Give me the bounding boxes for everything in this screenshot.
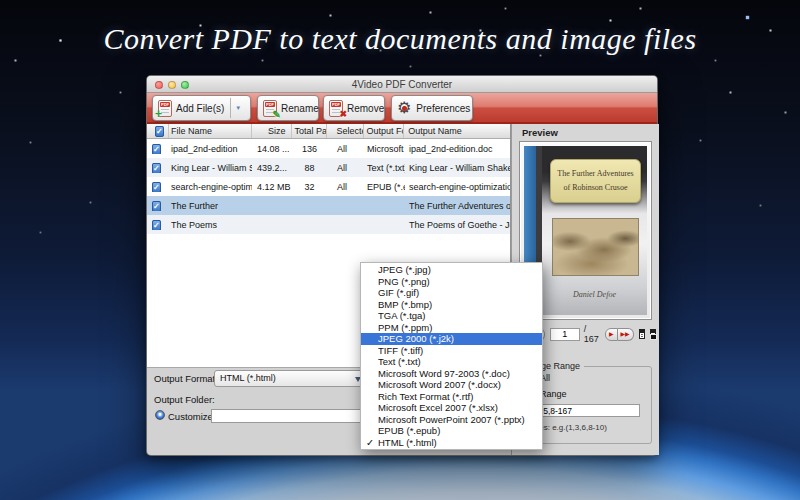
table-cell: 136 — [292, 144, 327, 154]
table-cell: EPUB (*.epub) — [365, 182, 405, 192]
format-menu-item[interactable]: TIFF (*.tiff) — [361, 345, 542, 357]
format-menu-item[interactable]: JPEG 2000 (*.j2k) — [361, 333, 542, 345]
output-format-label: Output Format: — [154, 373, 218, 384]
row-checkbox-cell — [147, 182, 169, 192]
book-title-line1: The Further Adventures — [551, 167, 640, 181]
preferences-gear-icon: ⚙ — [397, 99, 411, 117]
rename-button[interactable]: ✎ Rename — [257, 95, 319, 121]
header-total-pages[interactable]: Total Pag — [292, 124, 327, 138]
row-checkbox-cell — [147, 201, 169, 211]
page-view-icon[interactable] — [639, 329, 645, 339]
page-number-input[interactable] — [550, 328, 580, 341]
menu-item-label: EPUB (*.epub) — [378, 425, 440, 436]
book-author: Daniel Defoe — [542, 290, 647, 299]
table-cell: Microsoft ... — [365, 144, 405, 154]
menu-item-label: Microsoft Word 2007 (*.docx) — [378, 379, 501, 390]
titlebar[interactable]: 4Video PDF Converter — [147, 76, 657, 93]
header-checkbox-cell — [147, 124, 169, 138]
row-checkbox[interactable] — [152, 182, 161, 192]
menu-item-label: Rich Text Format (*.rtf) — [378, 391, 473, 402]
format-menu-item[interactable]: Text (*.txt) — [361, 356, 542, 368]
preview-label: Preview — [522, 127, 558, 138]
table-cell: ipad_2nd-edition.doc — [405, 144, 511, 154]
row-checkbox[interactable] — [152, 163, 161, 173]
customize-radio[interactable] — [155, 410, 165, 420]
table-row[interactable]: The FurtherThe Further Adventures of ... — [147, 196, 510, 215]
format-menu-item[interactable]: Rich Text Format (*.rtf) — [361, 391, 542, 403]
add-files-button[interactable]: + Add File(s) ▼ — [152, 95, 251, 121]
table-cell: King Lear - William Shakes... — [405, 163, 511, 173]
chevron-down-icon[interactable]: ▼ — [235, 105, 241, 111]
header-output-format[interactable]: Output Forma — [364, 124, 404, 138]
table-cell: 14.08 ... — [252, 144, 292, 154]
format-menu-item[interactable]: JPEG (*.jpg) — [361, 264, 542, 276]
book-illustration — [552, 218, 639, 276]
row-checkbox-cell — [147, 144, 169, 154]
header-output-name[interactable]: Output Name — [404, 124, 510, 138]
table-cell: The Further Adventures of ... — [405, 201, 511, 211]
header-size[interactable]: Size — [252, 124, 292, 138]
hero-title: Convert PDF to text documents and image … — [0, 22, 800, 56]
format-menu-item[interactable]: Microsoft Word 2007 (*.docx) — [361, 379, 542, 391]
table-cell: search-engine-optimizatio... — [405, 182, 511, 192]
menu-item-label: Microsoft PowerPoint 2007 (*.pptx) — [378, 414, 525, 425]
format-menu-item[interactable]: PNG (*.png) — [361, 276, 542, 288]
row-checkbox-cell — [147, 163, 169, 173]
output-folder-input[interactable] — [211, 409, 370, 423]
table-header-row: File Name Size Total Pag Selected Output… — [147, 124, 510, 139]
output-format-menu: JPEG (*.jpg) PNG (*.png) GIF (*.gif) BMP… — [360, 262, 543, 450]
output-format-select[interactable]: HTML (*.html) — [214, 370, 367, 387]
table-row[interactable]: ipad_2nd-edition14.08 ...136AllMicrosoft… — [147, 139, 510, 158]
preferences-label: Preferences — [416, 103, 470, 114]
preferences-button[interactable]: ⚙ Preferences — [391, 95, 473, 121]
row-checkbox[interactable] — [152, 220, 161, 230]
checkmark-icon — [365, 437, 375, 449]
app-window: 4Video PDF Converter + Add File(s) ▼ ✎ R… — [146, 75, 658, 456]
window-title: 4Video PDF Converter — [147, 79, 657, 90]
thumbnail-view-icon[interactable] — [650, 329, 656, 339]
table-cell: Text (*.txt) — [365, 163, 405, 173]
format-menu-item[interactable]: EPUB (*.epub) — [361, 425, 542, 437]
table-cell: All — [327, 163, 365, 173]
menu-item-label: TIFF (*.tiff) — [378, 345, 423, 356]
row-checkbox-cell — [147, 220, 169, 230]
remove-label: Remove — [347, 103, 384, 114]
page-total-label: / 167 — [584, 324, 599, 344]
format-menu-item[interactable]: HTML (*.html) — [361, 437, 542, 449]
format-menu-item[interactable]: Microsoft Word 97-2003 (*.doc) — [361, 368, 542, 380]
range-label: Range — [540, 389, 567, 399]
last-page-button[interactable]: ▶▶ — [618, 328, 634, 341]
table-row[interactable]: King Lear - William S...439.2...88AllTex… — [147, 158, 510, 177]
menu-item-label: Text (*.txt) — [378, 356, 421, 367]
table-row[interactable]: search-engine-optim...4.12 MB32AllEPUB (… — [147, 177, 510, 196]
row-checkbox[interactable] — [152, 201, 161, 211]
next-page-button[interactable]: ▶ — [605, 328, 618, 341]
output-folder-label: Output Folder: — [154, 394, 215, 405]
toolbar: + Add File(s) ▼ ✎ Rename ✖ Remove ⚙ Pref… — [147, 93, 657, 124]
row-checkbox[interactable] — [152, 144, 161, 154]
menu-item-label: HTML (*.html) — [378, 437, 437, 448]
rename-label: Rename — [281, 103, 319, 114]
menu-item-label: JPEG 2000 (*.j2k) — [378, 333, 454, 344]
format-menu-item[interactable]: BMP (*.bmp) — [361, 299, 542, 311]
menu-item-label: PPM (*.ppm) — [378, 322, 432, 333]
format-menu-item[interactable]: TGA (*.tga) — [361, 310, 542, 322]
remove-icon: ✖ — [329, 100, 343, 117]
menu-item-label: JPEG (*.jpg) — [378, 264, 431, 275]
select-all-checkbox[interactable] — [155, 126, 164, 137]
book-title-plate: The Further Adventures of Robinson Cruso… — [550, 159, 641, 203]
button-divider — [230, 98, 231, 118]
table-row[interactable]: The PoemsThe Poems of Goethe - Joh... — [147, 215, 510, 234]
format-menu-item[interactable]: Microsoft Excel 2007 (*.xlsx) — [361, 402, 542, 414]
remove-button[interactable]: ✖ Remove — [323, 95, 385, 121]
table-cell: King Lear - William S... — [169, 163, 252, 173]
header-file-name[interactable]: File Name — [169, 124, 252, 138]
header-selected[interactable]: Selected — [327, 124, 365, 138]
table-cell: The Further — [169, 201, 252, 211]
add-files-label: Add File(s) — [176, 103, 224, 114]
format-menu-item[interactable]: PPM (*.ppm) — [361, 322, 542, 334]
format-menu-item[interactable]: Microsoft PowerPoint 2007 (*.pptx) — [361, 414, 542, 426]
table-cell: ipad_2nd-edition — [169, 144, 252, 154]
table-cell: search-engine-optim... — [169, 182, 252, 192]
format-menu-item[interactable]: GIF (*.gif) — [361, 287, 542, 299]
